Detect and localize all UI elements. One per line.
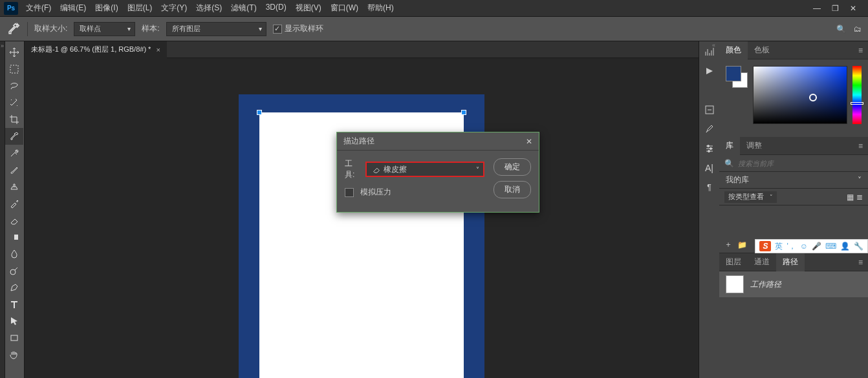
cancel-button[interactable]: 取消 — [494, 181, 531, 198]
options-bar: 取样大小: 取样点 样本: 所有图层 显示取样环 🔍 🗂 — [0, 17, 868, 41]
library-name: 我的库 — [726, 174, 749, 185]
histogram-panel-icon[interactable] — [703, 45, 716, 58]
paragraph-panel-icon[interactable]: ¶ — [703, 181, 716, 194]
folder-icon[interactable]: 📁 — [737, 240, 747, 249]
tab-close-icon[interactable]: × — [156, 46, 160, 54]
tab-color[interactable]: 颜色 — [719, 41, 748, 59]
color-panel — [719, 59, 868, 137]
grid-view-icon[interactable]: ▦ — [847, 193, 854, 202]
add-content-icon[interactable]: ＋ — [724, 239, 732, 250]
magic-wand-tool[interactable] — [5, 94, 23, 111]
hue-slider[interactable] — [852, 66, 862, 124]
paths-panel-menu-icon[interactable]: ≡ — [853, 258, 868, 267]
menu-text[interactable]: 文字(Y) — [157, 0, 191, 16]
collapsed-panel-strip: A| ¶ — [699, 41, 719, 378]
library-filter-dropdown[interactable]: 按类型查看 — [724, 191, 777, 203]
current-tool-eyedropper-icon[interactable] — [6, 22, 21, 36]
tab-layers[interactable]: 图层 — [719, 253, 748, 271]
menu-edit[interactable]: 编辑(E) — [56, 0, 90, 16]
adjustments-panel-icon[interactable] — [703, 142, 716, 155]
gradient-tool[interactable] — [5, 229, 23, 246]
menu-file[interactable]: 文件(F) — [22, 0, 55, 16]
character-panel-icon[interactable]: A| — [703, 162, 716, 174]
hand-tool[interactable] — [5, 346, 23, 363]
path-thumbnail — [726, 275, 744, 293]
path-select-tool[interactable] — [5, 313, 23, 330]
lasso-tool[interactable] — [5, 78, 23, 94]
window-controls: — ❐ ✕ — [811, 4, 868, 13]
path-item-work-path[interactable]: 工作路径 — [719, 271, 868, 297]
show-sampling-ring-label: 显示取样环 — [285, 23, 323, 34]
left-collapse-strip[interactable] — [0, 41, 5, 378]
stroke-path-dialog: 描边路径 ✕ 工具: 橡皮擦 模拟压力 确定 取消 — [336, 132, 539, 213]
eyedropper-tool[interactable] — [5, 128, 23, 145]
share-icon[interactable]: 🗂 — [854, 25, 862, 34]
show-sampling-ring-checkbox[interactable]: 显示取样环 — [273, 23, 323, 34]
eraser-tool[interactable] — [5, 212, 23, 229]
tab-libraries[interactable]: 库 — [719, 137, 740, 155]
app-logo: Ps — [4, 2, 18, 15]
type-tool[interactable] — [5, 296, 23, 313]
tab-paths[interactable]: 路径 — [776, 253, 805, 271]
maximize-button[interactable]: ❐ — [829, 4, 841, 13]
clone-stamp-tool[interactable] — [5, 178, 23, 195]
toolbox — [5, 41, 25, 378]
list-view-icon[interactable]: ≣ — [856, 193, 863, 202]
crop-tool[interactable] — [5, 111, 23, 128]
search-icon[interactable]: 🔍 — [836, 25, 846, 34]
menu-bar: 文件(F) 编辑(E) 图像(I) 图层(L) 文字(Y) 选择(S) 滤镜(T… — [22, 0, 398, 16]
ime-emoji-icon[interactable]: ☺ — [800, 242, 808, 251]
tab-adjustments[interactable]: 调整 — [740, 137, 768, 155]
history-brush-tool[interactable] — [5, 195, 23, 212]
library-selector[interactable]: 我的库 ˅ — [719, 172, 868, 189]
transform-handle-top-left[interactable] — [257, 110, 262, 115]
dodge-tool[interactable] — [5, 262, 23, 279]
healing-brush-tool[interactable] — [5, 145, 23, 162]
menu-filter[interactable]: 滤镜(T) — [227, 0, 260, 16]
dialog-close-icon[interactable]: ✕ — [526, 137, 532, 146]
color-field[interactable] — [753, 66, 847, 124]
sample-size-dropdown[interactable]: 取样点 — [74, 22, 135, 36]
menu-3d[interactable]: 3D(D) — [262, 0, 290, 16]
brush-settings-panel-icon[interactable] — [703, 123, 716, 136]
hue-pointer-icon — [851, 102, 863, 105]
simulate-pressure-checkbox[interactable] — [345, 188, 354, 197]
properties-panel-icon[interactable] — [703, 103, 716, 116]
marquee-tool[interactable] — [5, 61, 23, 78]
tab-channels[interactable]: 通道 — [748, 253, 776, 271]
tab-swatches[interactable]: 色板 — [748, 41, 776, 59]
color-panel-menu-icon[interactable]: ≡ — [853, 46, 868, 55]
svg-point-8 — [710, 148, 711, 150]
transform-handle-top-right[interactable] — [461, 110, 466, 115]
svg-rect-3 — [10, 235, 14, 240]
library-search-input[interactable] — [738, 160, 863, 167]
brush-tool[interactable] — [5, 162, 23, 178]
menu-view[interactable]: 视图(V) — [292, 0, 325, 16]
chevron-down-icon: ˅ — [858, 176, 862, 185]
rectangle-tool[interactable] — [5, 330, 23, 346]
document-tab[interactable]: 未标题-1 @ 66.7% (图层 1, RGB/8#) * × — [25, 41, 167, 58]
ime-toolbar[interactable]: S 英 '， ☺ 🎤 ⌨ 👤 🔧 — [755, 239, 868, 253]
ime-keyboard-icon[interactable]: ⌨ — [825, 242, 836, 251]
pen-tool[interactable] — [5, 279, 23, 296]
ime-tool-icon[interactable]: 🔧 — [854, 242, 863, 251]
menu-window[interactable]: 窗口(W) — [327, 0, 362, 16]
ime-punct-icon[interactable]: '， — [787, 241, 796, 252]
play-panel-icon[interactable] — [703, 65, 716, 78]
lib-panel-menu-icon[interactable]: ≡ — [853, 142, 868, 151]
close-button[interactable]: ✕ — [847, 4, 859, 13]
ime-voice-icon[interactable]: 🎤 — [812, 242, 821, 251]
sample-dropdown[interactable]: 所有图层 — [166, 22, 266, 36]
menu-select[interactable]: 选择(S) — [192, 0, 226, 16]
ok-button[interactable]: 确定 — [494, 158, 531, 176]
foreground-color-swatch[interactable] — [726, 66, 741, 81]
ime-language[interactable]: 英 — [775, 241, 783, 252]
menu-layer[interactable]: 图层(L) — [124, 0, 157, 16]
blur-tool[interactable] — [5, 246, 23, 262]
minimize-button[interactable]: — — [811, 4, 823, 13]
move-tool[interactable] — [5, 44, 23, 61]
menu-image[interactable]: 图像(I) — [91, 0, 122, 16]
ime-person-icon[interactable]: 👤 — [840, 242, 850, 251]
tool-dropdown[interactable]: 橡皮擦 — [365, 162, 484, 177]
menu-help[interactable]: 帮助(H) — [363, 0, 398, 16]
